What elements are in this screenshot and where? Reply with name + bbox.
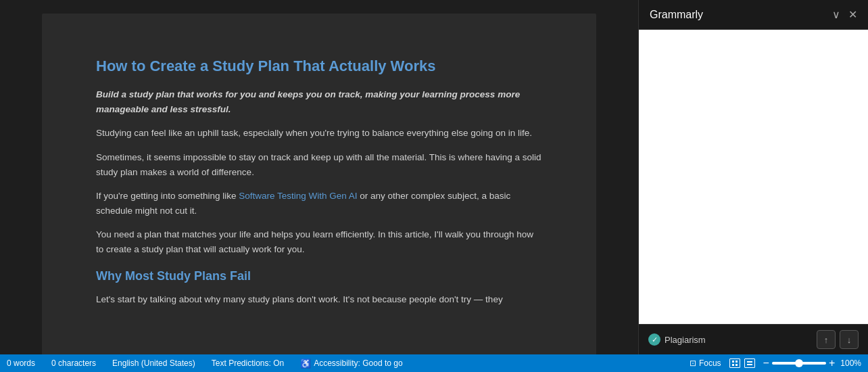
zoom-slider[interactable] xyxy=(772,362,826,365)
minimize-icon[interactable]: ∨ xyxy=(832,8,840,21)
document-subtitle: Build a study plan that works for you an… xyxy=(96,87,542,116)
layout-icons xyxy=(729,358,755,368)
svg-rect-0 xyxy=(732,361,734,363)
svg-rect-1 xyxy=(736,361,738,363)
accessibility-icon: ♿ xyxy=(300,358,311,369)
char-count: 0 characters xyxy=(51,358,96,368)
grammarly-header: Grammarly ∨ ✕ xyxy=(639,0,868,30)
zoom-thumb xyxy=(795,359,803,367)
zoom-control: − + 100% xyxy=(763,357,861,369)
focus-button[interactable]: ⊡ Focus xyxy=(690,358,721,368)
section-title: Why Most Study Plans Fail xyxy=(96,266,542,286)
zoom-minus[interactable]: − xyxy=(763,357,769,369)
software-testing-link[interactable]: Software Testing With Gen AI xyxy=(239,191,357,201)
plagiarism-check-icon: ✓ xyxy=(648,333,660,346)
grammarly-content xyxy=(639,30,868,324)
document-para-4: You need a plan that matches your life a… xyxy=(96,227,542,256)
grammarly-nav-icons: ↑ ↓ xyxy=(817,330,859,349)
svg-rect-4 xyxy=(747,361,752,363)
section-para: Let's start by talking about why many st… xyxy=(96,292,542,307)
document-title: How to Create a Study Plan That Actually… xyxy=(96,54,542,78)
grammarly-panel: Grammarly ∨ ✕ ✓ Plagiarism ↑ ↓ xyxy=(638,0,868,354)
layout-icon-2[interactable] xyxy=(744,358,755,368)
grammarly-header-icons: ∨ ✕ xyxy=(832,8,857,21)
svg-rect-5 xyxy=(747,364,752,365)
text-predictions[interactable]: Text Predictions: On xyxy=(212,358,284,368)
zoom-percent: 100% xyxy=(840,358,861,368)
language-indicator[interactable]: English (United States) xyxy=(112,358,195,368)
svg-rect-2 xyxy=(732,364,734,366)
nav-down-button[interactable]: ↓ xyxy=(840,330,859,349)
layout-icon-1[interactable] xyxy=(729,358,740,368)
grammarly-footer: ✓ Plagiarism ↑ ↓ xyxy=(639,324,868,354)
document-page[interactable]: How to Create a Study Plan That Actually… xyxy=(42,14,596,354)
status-right: ⊡ Focus − xyxy=(690,357,861,369)
focus-icon: ⊡ xyxy=(690,358,696,368)
svg-rect-3 xyxy=(736,364,738,366)
plagiarism-badge[interactable]: ✓ Plagiarism xyxy=(648,333,706,346)
grammarly-title: Grammarly xyxy=(650,9,703,21)
para3-prefix: If you're getting into something like xyxy=(96,191,239,201)
word-count: 0 words xyxy=(7,358,35,368)
document-area: How to Create a Study Plan That Actually… xyxy=(0,0,638,354)
nav-up-button[interactable]: ↑ xyxy=(817,330,836,349)
status-bar: 0 words 0 characters English (United Sta… xyxy=(0,354,868,372)
plagiarism-label: Plagiarism xyxy=(665,335,706,345)
close-icon[interactable]: ✕ xyxy=(848,8,857,21)
document-para-1: Studying can feel like an uphill task, e… xyxy=(96,126,542,141)
zoom-plus[interactable]: + xyxy=(829,357,835,369)
document-para-3: If you're getting into something like So… xyxy=(96,189,542,218)
accessibility-status[interactable]: ♿ Accessibility: Good to go xyxy=(300,358,402,369)
document-para-2: Sometimes, it seems impossible to stay o… xyxy=(96,150,542,179)
